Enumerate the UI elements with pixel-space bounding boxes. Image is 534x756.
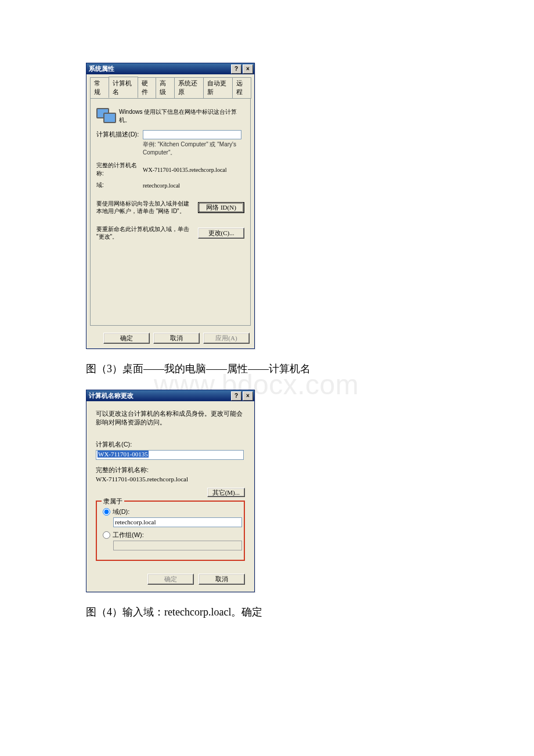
member-of-group: 隶属于 域(D): 工作组(W): [96,501,245,561]
dlg1-tabs: 常规 计算机名 硬件 高级 系统还原 自动更新 远程 [86,74,254,98]
fullname-label: 完整的计算机名称: [96,161,143,178]
cancel-button[interactable]: 取消 [199,574,245,585]
cancel-button[interactable]: 取消 [153,333,200,344]
tab-auto-update[interactable]: 自动更新 [203,77,233,99]
dlg1-titlebar[interactable]: 系统属性 ? × [86,63,254,74]
help-icon[interactable]: ? [231,64,241,74]
domain-label: 域: [96,181,143,189]
computer-name-change-dialog: 计算机名称更改 ? × 可以更改这台计算机的名称和成员身份。更改可能会影响对网络… [86,390,255,592]
dlg2-fullname-label: 完整的计算机名称: [96,466,245,474]
tab-advanced[interactable]: 高级 [156,77,175,99]
system-properties-dialog: 系统属性 ? × 常规 计算机名 硬件 高级 系统还原 自动更新 远程 Wind… [86,63,255,349]
netid-text: 要使用网络标识向导去加入域并创建本地用户帐户，请单击 "网络 ID"。 [96,200,198,215]
tab-system-restore[interactable]: 系统还原 [174,77,204,99]
ok-button[interactable]: 确定 [147,574,194,585]
apply-button[interactable]: 应用(A) [203,333,250,344]
workgroup-radio-label: 工作组(W): [113,531,144,539]
domain-value: retechcorp.local [143,182,244,189]
domain-radio-label: 域(D): [113,507,129,516]
dlg1-info-text: Windows 使用以下信息在网络中标识这台计算机。 [119,105,244,124]
network-computer-icon [96,105,114,123]
dlg1-body: Windows 使用以下信息在网络中标识这台计算机。 计算机描述(D): 举例:… [90,98,251,326]
domain-input[interactable] [113,517,242,527]
dlg2-desc: 可以更改这台计算机的名称和成员身份。更改可能会影响对网络资源的访问。 [96,409,245,427]
computer-description-input[interactable] [143,130,241,139]
computer-name-label: 计算机名(C): [96,440,245,449]
computer-name-input[interactable]: WX-711701-00135 [96,450,244,460]
dlg2-titlebar[interactable]: 计算机名称更改 ? × [86,390,254,401]
tab-hardware[interactable]: 硬件 [138,77,157,99]
tab-remote[interactable]: 远程 [232,77,251,99]
workgroup-input [113,541,242,550]
help-icon[interactable]: ? [231,391,241,401]
desc-label: 计算机描述(D): [96,130,143,139]
tab-general[interactable]: 常规 [90,77,109,99]
ok-button[interactable]: 确定 [103,333,150,344]
network-id-button[interactable]: 网络 ID(N) [198,202,244,213]
rename-text: 要重新命名此计算机或加入域，单击 "更改"。 [96,225,198,240]
fullname-value: WX-711701-00135.retechcorp.local [143,167,244,173]
dlg2-fullname-value: WX-711701-00135.retechcorp.local [96,476,245,483]
workgroup-radio[interactable] [103,531,110,539]
close-icon[interactable]: × [243,391,253,401]
figure-3-caption: 图（3）桌面——我的电脑——属性——计算机名 [86,362,448,376]
other-button[interactable]: 其它(M)... [207,488,245,497]
figure-4-caption: 图（4）输入域：retechcorp.loacl。确定 [86,605,448,619]
tab-computer-name[interactable]: 计算机名 [109,77,138,98]
dlg2-title: 计算机名称更改 [89,391,230,400]
domain-radio[interactable] [103,508,110,516]
dlg1-title: 系统属性 [89,64,230,73]
desc-hint: 举例: "Kitchen Computer" 或 "Mary's Compute… [143,141,244,157]
member-of-legend: 隶属于 [102,497,124,506]
close-icon[interactable]: × [243,64,253,74]
change-button[interactable]: 更改(C)... [198,228,244,239]
